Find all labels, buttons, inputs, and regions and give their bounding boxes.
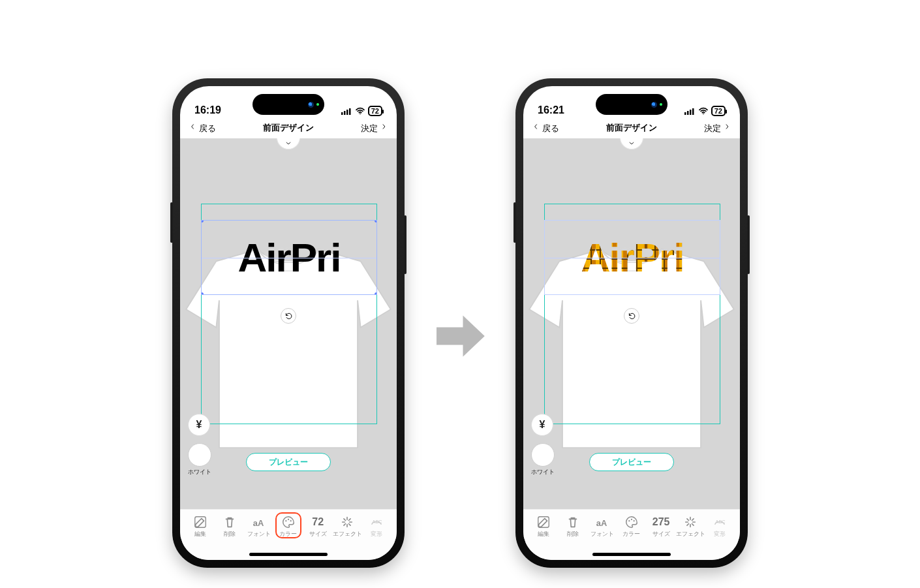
tool-edit[interactable]: 編集 bbox=[529, 515, 558, 538]
design-canvas[interactable]: AirPri ¥ ホワイト プレビュー bbox=[180, 138, 397, 509]
text-object[interactable]: AirPri bbox=[201, 220, 377, 295]
tool-label: 変形 bbox=[371, 531, 382, 538]
home-indicator bbox=[592, 553, 671, 556]
dynamic-island bbox=[253, 94, 324, 115]
tool-font[interactable]: フォント bbox=[587, 515, 617, 538]
tool-label: 削除 bbox=[567, 531, 579, 538]
back-button[interactable]: 戻る bbox=[532, 122, 559, 134]
tool-delete[interactable]: 削除 bbox=[558, 515, 587, 538]
back-button[interactable]: 戻る bbox=[189, 122, 216, 134]
tool-label: 変形 bbox=[714, 531, 726, 538]
wifi-icon bbox=[698, 107, 709, 115]
trash-icon bbox=[222, 515, 237, 529]
phone-after: 16:21 72 戻る 前面デザイン 決定 bbox=[515, 78, 748, 568]
screen-title: 前面デザイン bbox=[263, 122, 314, 134]
price-fab[interactable]: ¥ bbox=[188, 414, 210, 436]
tool-label: フォント bbox=[247, 531, 271, 538]
tool-label: カラー bbox=[622, 531, 640, 538]
confirm-button[interactable]: 決定 bbox=[704, 122, 731, 134]
tool-effect[interactable]: エフェクト bbox=[676, 515, 705, 538]
tool-color[interactable]: カラー bbox=[617, 515, 646, 538]
signal-icon bbox=[341, 107, 352, 115]
sparkle-icon bbox=[340, 515, 354, 529]
tool-color[interactable]: カラー bbox=[273, 515, 303, 538]
chevron-left-icon bbox=[532, 122, 540, 131]
tool-font[interactable]: フォント bbox=[244, 515, 273, 538]
tool-delete[interactable]: 削除 bbox=[215, 515, 244, 538]
bottom-toolbar: 編集 削除 フォント カラー bbox=[180, 509, 397, 560]
sparkle-icon bbox=[683, 515, 698, 529]
trash-icon bbox=[566, 515, 580, 529]
rotate-icon bbox=[284, 312, 292, 320]
tool-label: サイズ bbox=[652, 531, 670, 538]
preview-button[interactable]: プレビュー bbox=[246, 453, 331, 471]
chevron-down-icon bbox=[284, 140, 292, 147]
swatch-label: ホワイト bbox=[181, 468, 218, 476]
screen: 16:19 72 戻る 前面デザイン 決定 bbox=[180, 86, 397, 560]
tool-size[interactable]: 72 サイズ bbox=[303, 515, 333, 538]
transition-arrow-icon bbox=[431, 307, 489, 365]
edit-icon bbox=[536, 515, 551, 529]
status-time: 16:21 bbox=[538, 104, 564, 116]
rotate-handle[interactable] bbox=[624, 308, 639, 324]
color-swatch-white[interactable] bbox=[531, 443, 555, 467]
tool-transform[interactable]: 変形 bbox=[705, 515, 735, 538]
tool-effect[interactable]: エフェクト bbox=[333, 515, 362, 538]
rotate-icon bbox=[628, 312, 636, 320]
tool-label: 削除 bbox=[224, 531, 236, 538]
text-object[interactable]: AirPri bbox=[544, 220, 720, 295]
status-time: 16:19 bbox=[194, 104, 221, 116]
swatch-label: ホワイト bbox=[525, 468, 561, 476]
tool-label: エフェクト bbox=[676, 531, 705, 538]
tool-transform[interactable]: 変形 bbox=[362, 515, 391, 538]
tool-label: 編集 bbox=[538, 531, 549, 538]
tool-edit[interactable]: 編集 bbox=[185, 515, 215, 538]
battery-icon: 72 bbox=[368, 106, 382, 116]
home-indicator bbox=[249, 553, 328, 556]
size-value: 275 bbox=[652, 515, 670, 529]
price-fab[interactable]: ¥ bbox=[531, 414, 553, 436]
font-icon bbox=[595, 515, 609, 529]
tool-label: 編集 bbox=[194, 531, 206, 538]
font-icon bbox=[252, 515, 266, 529]
tool-label: フォント bbox=[590, 531, 614, 538]
arc-text-icon bbox=[369, 515, 384, 529]
chevron-left-icon bbox=[189, 122, 196, 131]
edit-icon bbox=[193, 515, 207, 529]
preview-button[interactable]: プレビュー bbox=[589, 453, 674, 471]
phone-before: 16:19 72 戻る 前面デザイン 決定 bbox=[172, 78, 405, 568]
signal-icon bbox=[684, 107, 696, 115]
dynamic-island bbox=[596, 94, 667, 115]
palette-icon bbox=[624, 515, 639, 529]
tool-size[interactable]: 275 サイズ bbox=[647, 515, 676, 538]
chevron-right-icon bbox=[724, 122, 731, 131]
screen: 16:21 72 戻る 前面デザイン 決定 bbox=[523, 86, 740, 560]
confirm-button[interactable]: 決定 bbox=[361, 122, 388, 134]
color-swatch-white[interactable] bbox=[188, 443, 211, 467]
wifi-icon bbox=[355, 107, 365, 115]
battery-icon: 72 bbox=[711, 106, 726, 116]
palette-icon bbox=[281, 515, 296, 529]
screen-title: 前面デザイン bbox=[606, 122, 657, 134]
tool-label: サイズ bbox=[309, 531, 327, 538]
tool-label: カラー bbox=[279, 531, 297, 538]
design-canvas[interactable]: AirPri ¥ ホワイト プレビュー bbox=[523, 138, 740, 509]
arc-text-icon bbox=[713, 515, 727, 529]
bottom-toolbar: 編集 削除 フォント カラー 275 bbox=[523, 509, 740, 560]
rotate-handle[interactable] bbox=[281, 308, 296, 324]
tool-label: エフェクト bbox=[333, 531, 362, 538]
chevron-right-icon bbox=[380, 122, 388, 131]
stage: aA ABC bbox=[0, 0, 920, 588]
size-value: 72 bbox=[312, 515, 324, 529]
chevron-down-icon bbox=[628, 140, 636, 147]
